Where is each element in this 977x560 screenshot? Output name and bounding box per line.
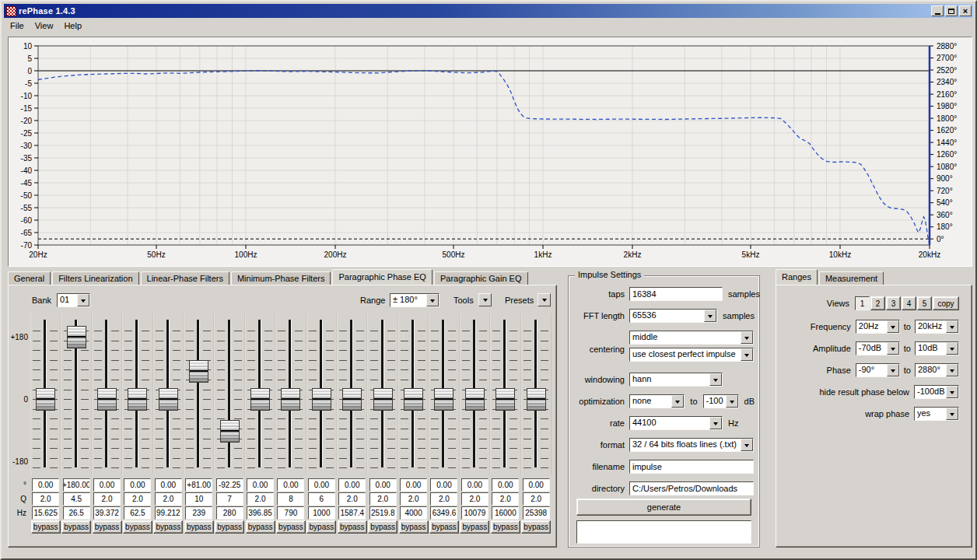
- hz-value-14[interactable]: 6349.6: [430, 506, 457, 520]
- optimization-db-combo[interactable]: -100: [703, 394, 739, 408]
- fader-thumb-15[interactable]: [465, 388, 485, 411]
- q-value-11[interactable]: 2.0: [338, 492, 366, 506]
- deg-value-6[interactable]: +81.00: [185, 478, 212, 492]
- menu-file[interactable]: File: [5, 20, 30, 31]
- q-value-17[interactable]: 2.0: [523, 492, 550, 506]
- deg-value-11[interactable]: 0.00: [338, 478, 366, 492]
- fader-thumb-9[interactable]: [281, 388, 300, 411]
- filename-input[interactable]: [629, 460, 754, 474]
- q-value-6[interactable]: 10: [185, 492, 212, 506]
- fader-thumb-8[interactable]: [250, 388, 270, 411]
- frequency-from-combo[interactable]: 20Hz: [856, 320, 900, 334]
- windowing-combo[interactable]: hann: [629, 373, 723, 387]
- optimization-db-arrow-icon[interactable]: [726, 395, 738, 408]
- windowing-arrow-icon[interactable]: [709, 373, 722, 386]
- view-button-2[interactable]: 2: [870, 296, 885, 310]
- hz-value-17[interactable]: 25398: [523, 506, 550, 520]
- deg-value-15[interactable]: 0.00: [461, 478, 488, 492]
- generate-button[interactable]: generate: [576, 499, 751, 516]
- hide-result-phase-arrow-icon[interactable]: [946, 386, 958, 398]
- q-value-2[interactable]: 4.5: [63, 492, 90, 506]
- range-combo-arrow-icon[interactable]: [426, 294, 439, 306]
- taps-input[interactable]: [629, 287, 723, 301]
- hz-value-9[interactable]: 790: [277, 506, 304, 520]
- tab-minimum-phase-filters[interactable]: Minimum-Phase Filters: [231, 271, 331, 285]
- bypass-button-12[interactable]: bypass: [368, 520, 397, 534]
- amplitude-to-arrow-icon[interactable]: [946, 342, 958, 355]
- bypass-button-2[interactable]: bypass: [61, 520, 91, 534]
- deg-value-13[interactable]: 0.00: [400, 478, 427, 492]
- bank-combo[interactable]: 01: [57, 293, 90, 307]
- bypass-button-13[interactable]: bypass: [399, 520, 429, 534]
- deg-value-1[interactable]: 0.00: [32, 478, 59, 492]
- fader-thumb-12[interactable]: [373, 388, 393, 411]
- presets-dropdown-button[interactable]: [538, 293, 551, 306]
- phase-to-arrow-icon[interactable]: [946, 364, 958, 376]
- fader-track-6[interactable]: [197, 320, 199, 467]
- bypass-button-4[interactable]: bypass: [123, 520, 152, 534]
- fader-thumb-7[interactable]: [220, 420, 240, 443]
- amplitude-to-combo[interactable]: 10dB: [915, 341, 959, 355]
- bank-combo-arrow-icon[interactable]: [77, 294, 89, 306]
- tab-filters-linearization[interactable]: Filters Linearization: [52, 271, 138, 285]
- fader-thumb-4[interactable]: [128, 388, 147, 411]
- hz-value-13[interactable]: 4000: [400, 506, 427, 520]
- centering-mode-combo[interactable]: use closest perfect impulse: [629, 348, 754, 362]
- centering-combo-arrow-icon[interactable]: [741, 331, 753, 344]
- fader-thumb-13[interactable]: [404, 388, 423, 411]
- fader-thumb-2[interactable]: [67, 326, 86, 348]
- phase-from-combo[interactable]: -90°: [856, 363, 900, 377]
- q-value-7[interactable]: 7: [216, 492, 243, 506]
- hz-value-16[interactable]: 16000: [492, 506, 519, 520]
- format-arrow-icon[interactable]: [741, 439, 753, 451]
- wrap-phase-arrow-icon[interactable]: [946, 408, 958, 420]
- view-button-5[interactable]: 5: [917, 296, 932, 310]
- deg-value-5[interactable]: 0.00: [155, 478, 182, 492]
- fader-track-7[interactable]: [228, 320, 230, 467]
- deg-value-8[interactable]: 0.00: [247, 478, 274, 492]
- amplitude-from-arrow-icon[interactable]: [887, 342, 899, 355]
- bypass-button-17[interactable]: bypass: [521, 520, 551, 534]
- tab-general[interactable]: General: [8, 271, 51, 285]
- directory-input[interactable]: [629, 481, 754, 495]
- deg-value-17[interactable]: 0.00: [523, 478, 550, 492]
- optimization-combo[interactable]: none: [629, 394, 685, 408]
- q-value-8[interactable]: 2.0: [247, 492, 274, 506]
- deg-value-2[interactable]: +180.00: [63, 478, 90, 492]
- bypass-button-10[interactable]: bypass: [306, 520, 336, 534]
- q-value-13[interactable]: 2.0: [400, 492, 427, 506]
- hz-value-1[interactable]: 15.625: [32, 506, 59, 520]
- hz-value-11[interactable]: 1587.4: [338, 506, 366, 520]
- centering-combo[interactable]: middle: [629, 331, 754, 345]
- deg-value-9[interactable]: 0.00: [277, 478, 304, 492]
- q-value-9[interactable]: 8: [277, 492, 304, 506]
- tab-linear-phase-filters[interactable]: Linear-Phase Filters: [141, 271, 229, 285]
- fader-thumb-1[interactable]: [36, 388, 55, 411]
- menu-view[interactable]: View: [30, 20, 59, 31]
- bypass-button-9[interactable]: bypass: [276, 520, 306, 534]
- frequency-to-combo[interactable]: 20kHz: [915, 320, 959, 334]
- hz-value-8[interactable]: 396.85: [247, 506, 274, 520]
- hz-value-5[interactable]: 99.212: [155, 506, 182, 520]
- q-value-15[interactable]: 2.0: [461, 492, 488, 506]
- deg-value-4[interactable]: 0.00: [124, 478, 151, 492]
- bypass-button-6[interactable]: bypass: [184, 520, 214, 534]
- maximize-button[interactable]: [945, 5, 958, 16]
- fader-thumb-14[interactable]: [434, 388, 453, 411]
- hz-value-10[interactable]: 1000: [308, 506, 335, 520]
- fader-thumb-11[interactable]: [342, 388, 362, 411]
- deg-value-16[interactable]: 0.00: [492, 478, 519, 492]
- minimize-button[interactable]: [931, 5, 944, 16]
- menu-help[interactable]: Help: [58, 20, 87, 31]
- frequency-from-arrow-icon[interactable]: [887, 320, 899, 333]
- optimization-arrow-icon[interactable]: [671, 395, 684, 408]
- q-value-1[interactable]: 2.0: [32, 492, 59, 506]
- bypass-button-11[interactable]: bypass: [338, 520, 367, 534]
- tab-paragraphic-gain-eq[interactable]: Paragraphic Gain EQ: [434, 271, 528, 285]
- view-button-1[interactable]: 1: [855, 296, 870, 310]
- tab-measurement[interactable]: Measurement: [819, 271, 884, 285]
- fader-thumb-6[interactable]: [189, 360, 208, 383]
- q-value-10[interactable]: 6: [308, 492, 335, 506]
- q-value-14[interactable]: 2.0: [430, 492, 457, 506]
- deg-value-12[interactable]: 0.00: [369, 478, 397, 492]
